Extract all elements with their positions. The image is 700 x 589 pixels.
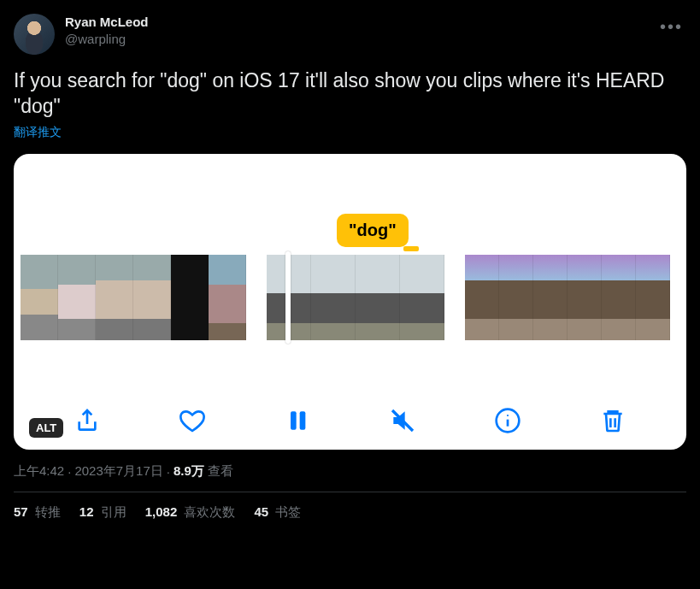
tweet-date[interactable]: 2023年7月17日 [74, 463, 162, 480]
timeline-frame [499, 255, 533, 340]
share-icon[interactable] [72, 405, 103, 436]
timeline-frame [133, 255, 171, 340]
timeline-frame [568, 255, 602, 340]
pause-icon[interactable] [282, 405, 313, 436]
timeline-frame [21, 255, 58, 340]
timeline-frame [636, 255, 670, 340]
tooltip-tick [403, 246, 419, 251]
dot: · [68, 464, 71, 479]
media-toolbar [14, 405, 686, 436]
svg-point-5 [507, 415, 509, 416]
author-block[interactable]: Ryan McLeod @warpling [65, 14, 149, 47]
timeline-frame [96, 255, 133, 340]
playhead[interactable] [285, 251, 291, 344]
stat-count: 57 [14, 504, 28, 519]
tweet-stats: 57 转推 12 引用 1,082 喜欢次数 45 书签 [14, 504, 686, 521]
search-tooltip: "dog" [337, 214, 409, 247]
alt-badge[interactable]: ALT [29, 418, 63, 438]
timeline-frame [533, 255, 568, 340]
handle: @warpling [65, 31, 149, 48]
tweet-container: Ryan McLeod @warpling ••• If you search … [14, 14, 686, 521]
dot: · [167, 464, 170, 479]
avatar[interactable] [14, 14, 55, 55]
views-label: 查看 [208, 463, 233, 480]
media-attachment[interactable]: "dog" [14, 154, 686, 450]
stat-count: 12 [79, 504, 94, 519]
timeline-frame [209, 255, 246, 340]
display-name: Ryan McLeod [65, 14, 149, 31]
clip-group[interactable] [465, 255, 670, 340]
tweet-text: If you search for "dog" on iOS 17 it'll … [14, 68, 686, 120]
stat-count: 45 [254, 504, 268, 519]
svg-rect-0 [291, 411, 297, 429]
info-icon[interactable] [492, 405, 523, 436]
stat-label: 喜欢次数 [180, 504, 235, 519]
mute-icon[interactable] [387, 405, 418, 436]
timeline-frame [356, 255, 400, 340]
tweet-meta: 上午4:42 · 2023年7月17日 · 8.9万 查看 [14, 463, 686, 480]
likes-stat[interactable]: 1,082 喜欢次数 [145, 504, 236, 521]
timeline-frame [465, 255, 499, 340]
stat-label: 书签 [272, 504, 301, 519]
stat-count: 1,082 [145, 504, 178, 519]
retweets-stat[interactable]: 57 转推 [14, 504, 61, 521]
timeline-frame [602, 255, 636, 340]
heart-icon[interactable] [177, 405, 208, 436]
video-timeline[interactable] [14, 255, 686, 340]
trash-icon[interactable] [597, 405, 628, 436]
more-icon[interactable]: ••• [656, 14, 686, 40]
views-count: 8.9万 [174, 463, 204, 480]
stat-label: 转推 [32, 504, 61, 519]
stat-label: 引用 [97, 504, 126, 519]
divider [14, 492, 686, 492]
timeline-frame [311, 255, 356, 340]
clip-group[interactable] [21, 255, 246, 340]
timeline-frame [400, 255, 444, 340]
timeline-frame [58, 255, 96, 340]
tweet-header: Ryan McLeod @warpling ••• [14, 14, 686, 55]
timeline-frame [171, 255, 209, 340]
translate-link[interactable]: 翻译推文 [14, 125, 62, 140]
svg-rect-1 [300, 411, 306, 429]
clip-group[interactable] [267, 255, 444, 340]
tweet-time[interactable]: 上午4:42 [14, 463, 64, 480]
bookmarks-stat[interactable]: 45 书签 [254, 504, 301, 521]
quotes-stat[interactable]: 12 引用 [79, 504, 126, 521]
